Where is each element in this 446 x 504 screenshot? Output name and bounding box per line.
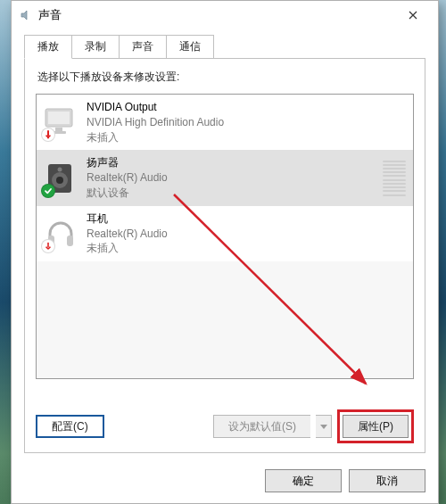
tab-communication[interactable]: 通信: [166, 35, 214, 59]
svg-point-8: [58, 167, 62, 171]
device-status: 默认设备: [87, 186, 377, 201]
svg-rect-2: [55, 128, 62, 131]
device-text: 扬声器 Realtek(R) Audio 默认设备: [87, 155, 377, 200]
configure-button[interactable]: 配置(C): [36, 415, 104, 438]
device-name: NVIDIA Output: [87, 100, 406, 115]
dialog-footer: 确定 取消: [12, 462, 438, 503]
device-desc: NVIDIA High Definition Audio: [87, 115, 406, 130]
device-name: 耳机: [87, 211, 406, 227]
instruction-text: 选择以下播放设备来修改设置:: [37, 70, 414, 85]
device-status: 未插入: [87, 130, 406, 145]
device-text: NVIDIA Output NVIDIA High Definition Aud…: [87, 100, 406, 145]
set-default-button[interactable]: 设为默认值(S): [213, 415, 310, 438]
monitor-icon: [42, 103, 79, 141]
set-default-dropdown-icon[interactable]: [316, 415, 332, 438]
headphones-icon: [42, 215, 79, 252]
tab-recording[interactable]: 录制: [71, 35, 120, 59]
device-list[interactable]: NVIDIA Output NVIDIA High Definition Aud…: [36, 94, 414, 379]
svg-rect-10: [67, 235, 73, 246]
button-row: 配置(C) 设为默认值(S) 属性(P): [36, 401, 414, 443]
annotation-highlight: 属性(P): [337, 409, 414, 443]
dialog-content: 播放 录制 声音 通信 选择以下播放设备来修改设置:: [12, 29, 438, 462]
device-status: 未插入: [87, 241, 406, 256]
device-text: 耳机 Realtek(R) Audio 未插入: [87, 211, 406, 256]
unplugged-badge-icon: [41, 128, 55, 142]
device-name: 扬声器: [87, 155, 377, 170]
default-badge-icon: [41, 184, 55, 198]
speaker-icon: [42, 160, 79, 197]
sound-dialog: 声音 播放 录制 声音 通信 选择以下播放设备来修改设置:: [11, 0, 439, 504]
device-item[interactable]: 扬声器 Realtek(R) Audio 默认设备: [37, 150, 413, 205]
device-desc: Realtek(R) Audio: [87, 170, 377, 186]
device-desc: Realtek(R) Audio: [87, 227, 406, 242]
tab-playback[interactable]: 播放: [24, 35, 72, 59]
device-item[interactable]: NVIDIA Output NVIDIA High Definition Aud…: [37, 95, 413, 150]
properties-button[interactable]: 属性(P): [343, 415, 409, 438]
device-item[interactable]: 耳机 Realtek(R) Audio 未插入: [37, 206, 413, 261]
sound-icon: [19, 8, 33, 22]
titlebar[interactable]: 声音: [12, 1, 438, 29]
tab-panel: 选择以下播放设备来修改设置:: [24, 58, 425, 453]
svg-point-7: [56, 177, 63, 184]
unplugged-badge-icon: [41, 239, 55, 253]
svg-rect-1: [48, 112, 70, 124]
tabs: 播放 录制 声音 通信: [24, 35, 425, 59]
tab-sounds[interactable]: 声音: [119, 35, 167, 59]
close-button[interactable]: [395, 3, 431, 28]
level-meter: [383, 159, 406, 198]
dialog-title: 声音: [38, 7, 395, 23]
ok-button[interactable]: 确定: [265, 469, 342, 492]
cancel-button[interactable]: 取消: [349, 469, 425, 492]
